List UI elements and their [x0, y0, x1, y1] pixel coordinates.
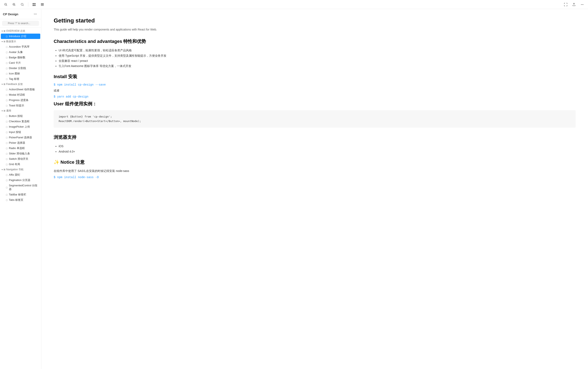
sidebar-item-avatar[interactable]: ◻ Avatar 头像	[0, 50, 41, 55]
sidebar-item-pickerpanel[interactable]: ◻ PickerPanel 选择器	[0, 135, 41, 140]
doc-icon-card: ◻	[6, 62, 8, 64]
doc-icon-actionsheet: ◻	[6, 88, 8, 91]
sidebar-item-toast[interactable]: ◻ Toast 轻提示	[0, 103, 41, 108]
page-title: Getting started	[54, 17, 576, 24]
sidebar-item-checkbox[interactable]: ◻ Checkbox 复选框	[0, 119, 41, 124]
grid-icon-data: ⊞	[3, 40, 5, 43]
sidebar-item-switch[interactable]: ◻ Switch 滑动开关	[0, 156, 41, 162]
main-layout: CP Design ▾ ⊞ OVERVIEW	[0, 9, 588, 369]
section-common-label: 通用	[6, 109, 11, 113]
doc-icon-avatar: ◻	[6, 51, 8, 54]
doc-icon-tag: ◻	[6, 78, 8, 80]
doc-icon-toast: ◻	[6, 104, 8, 107]
grid-view-button[interactable]	[31, 2, 37, 7]
sidebar-item-button[interactable]: ◻ Button 按钮	[0, 113, 41, 119]
sidebar-nav: ▾ ⊞ OVERVIEW 总览 ◻ Introduce 介绍 ▾ ⊞ 数据显示 …	[0, 28, 41, 369]
doc-icon-grid: ◻	[6, 163, 8, 166]
doc-icon-picker: ◻	[6, 142, 8, 144]
more-options-button[interactable]	[579, 2, 586, 7]
svg-line-8	[23, 5, 24, 6]
svg-line-4	[15, 5, 15, 6]
search-input[interactable]	[2, 21, 39, 26]
code-content: import {Button} from 'cp-design'; ReactD…	[59, 114, 571, 123]
svg-rect-12	[34, 5, 35, 6]
characteristics-list: UI 样式高度可配置，拓展性更强，轻松适应各类产品风格 使用 TypeScrip…	[59, 48, 576, 69]
doc-icon-slider: ◻	[6, 152, 8, 155]
sidebar-item-badge[interactable]: ◻ Badge 微标数	[0, 55, 41, 60]
app-title: CP Design	[3, 12, 18, 16]
svg-rect-14	[41, 4, 44, 5]
yarn-add-link[interactable]: $ yarn add cp-design	[54, 95, 576, 98]
expand-button[interactable]	[562, 2, 569, 7]
doc-icon-divider: ◻	[6, 67, 8, 70]
sidebar-item-grid[interactable]: ◻ Grid 布局	[0, 162, 41, 167]
section-common[interactable]: ▾ ⊞ 通用	[0, 108, 41, 113]
sidebar-item-introduce-label: Introduce 介绍	[9, 34, 26, 38]
browser-item-ios: iOS	[59, 144, 576, 149]
sidebar-item-actionsheet[interactable]: ◻ ActionSheet 动作面板	[0, 87, 41, 92]
section-feedback[interactable]: ▾ ⊞ Feedback 反馈	[0, 82, 41, 87]
sidebar-item-icon[interactable]: ◻ Icon 图标	[0, 71, 41, 76]
doc-icon-button: ◻	[6, 115, 8, 118]
svg-rect-10	[34, 3, 35, 4]
notice-heading: ✨ Notice 注意	[54, 159, 576, 165]
doc-icon-badge: ◻	[6, 56, 8, 59]
sidebar-item-input[interactable]: ◻ Input 按钮	[0, 130, 41, 135]
doc-icon-accordion: ◻	[6, 46, 8, 48]
sidebar-item-accordion[interactable]: ◻ Accordion 手风琴	[0, 44, 41, 50]
sidebar-item-modal[interactable]: ◻ Modal 对话框	[0, 92, 41, 98]
table-view-button[interactable]	[39, 2, 46, 7]
zoom-in-button[interactable]	[11, 2, 17, 7]
sidebar-item-segmentedcontrol[interactable]: ◻ SegmentedControl 分段器	[0, 183, 41, 192]
section-overview[interactable]: ▾ ⊞ OVERVIEW 总览	[0, 29, 41, 34]
sidebar-item-slider[interactable]: ◻ Slider 滑动输入条	[0, 151, 41, 156]
svg-rect-11	[33, 5, 34, 6]
doc-icon-introduce: ◻	[6, 35, 8, 38]
doc-icon-pickerpanel: ◻	[6, 136, 8, 139]
sidebar-item-tabbar[interactable]: ◻ TabBar 标签栏	[0, 192, 41, 197]
svg-line-1	[6, 5, 7, 6]
node-sass-link[interactable]: $ npm install node-sass -D	[54, 176, 576, 179]
search-button[interactable]	[19, 2, 26, 7]
chevron-down-icon: ▾	[2, 30, 3, 32]
grid-icon-overview: ⊞	[3, 30, 5, 32]
sidebar-item-progress[interactable]: ◻ Progress 进度条	[0, 98, 41, 103]
sidebar-item-divider[interactable]: ◻ Divider 分割线	[0, 66, 41, 71]
doc-icon-input: ◻	[6, 131, 8, 134]
grid-icon-nav: ⊞	[3, 168, 5, 171]
install-heading: Install 安装	[54, 74, 576, 80]
svg-point-17	[35, 14, 36, 14]
chevron-down-icon-feedback: ▾	[2, 83, 3, 85]
sidebar-item-tag[interactable]: ◻ Tag 标签	[0, 76, 41, 82]
doc-icon-modal: ◻	[6, 94, 8, 96]
sidebar-item-tabs[interactable]: ◻ Tabs 标签页	[0, 197, 41, 203]
doc-icon-checkbox: ◻	[6, 120, 8, 123]
sidebar-item-affix[interactable]: ◻ Affix 固钉	[0, 172, 41, 178]
svg-rect-9	[33, 3, 34, 4]
grid-icon-feedback: ⊞	[3, 83, 5, 86]
or-text: 或者	[54, 89, 576, 93]
characteristic-item-3: 全面兼容 react / preact	[59, 58, 576, 63]
sidebar-item-radio[interactable]: ◻ Radio 单选框	[0, 146, 41, 151]
section-navigation[interactable]: ▾ ⊞ Navigation 导航	[0, 167, 41, 172]
sidebar-item-pagination[interactable]: ◻ Pagination 分页器	[0, 178, 41, 183]
sidebar-header: CP Design	[0, 9, 41, 19]
sidebar-item-introduce[interactable]: ◻ Introduce 介绍	[1, 34, 40, 39]
sidebar-more-button[interactable]	[32, 11, 38, 17]
doc-icon-icon: ◻	[6, 72, 8, 75]
sidebar-item-imagepicker[interactable]: ◻ ImagePicker 上传	[0, 124, 41, 130]
section-navigation-label: Navigation 导航	[6, 168, 23, 171]
sidebar-item-picker[interactable]: ◻ Picker 选择器	[0, 140, 41, 146]
chevron-down-icon-nav: ▾	[2, 169, 3, 171]
section-data-display[interactable]: ▾ ⊞ 数据显示	[0, 39, 41, 44]
doc-icon-tabs: ◻	[6, 199, 8, 201]
share-button[interactable]	[571, 2, 577, 7]
section-feedback-label: Feedback 反馈	[6, 82, 23, 86]
search-box	[0, 19, 41, 28]
code-block: import {Button} from 'cp-design'; ReactD…	[54, 110, 576, 128]
zoom-out-button[interactable]	[2, 2, 9, 7]
doc-icon-radio: ◻	[6, 147, 8, 150]
sidebar-item-card[interactable]: ◻ Card 卡片	[0, 60, 41, 66]
notice-text: 在组件库中使用了 SASS,在安装的时候记得安装 node-sass	[54, 169, 576, 173]
npm-install-link[interactable]: $ npm install cp-design --save	[54, 83, 576, 86]
